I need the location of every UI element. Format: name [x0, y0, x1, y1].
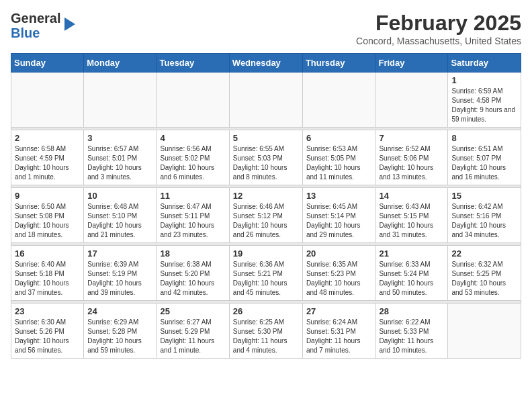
day-number: 5	[233, 133, 299, 143]
day-info: Sunrise: 6:38 AM Sunset: 5:20 PM Dayligh…	[160, 260, 225, 298]
calendar-day-cell	[448, 304, 521, 359]
day-info: Sunrise: 6:50 AM Sunset: 5:08 PM Dayligh…	[15, 202, 80, 240]
day-number: 23	[15, 306, 80, 316]
calendar-day-cell: 17Sunrise: 6:39 AM Sunset: 5:19 PM Dayli…	[84, 246, 157, 301]
day-number: 25	[160, 306, 225, 316]
calendar-day-cell	[302, 73, 375, 128]
col-header-friday: Friday	[375, 54, 448, 73]
calendar-day-cell: 16Sunrise: 6:40 AM Sunset: 5:18 PM Dayli…	[11, 246, 84, 301]
calendar-day-cell: 5Sunrise: 6:55 AM Sunset: 5:03 PM Daylig…	[229, 130, 302, 185]
calendar-week-row: 2Sunrise: 6:58 AM Sunset: 4:59 PM Daylig…	[11, 130, 521, 185]
calendar-day-cell: 25Sunrise: 6:27 AM Sunset: 5:29 PM Dayli…	[157, 304, 229, 359]
col-header-monday: Monday	[84, 54, 157, 73]
day-info: Sunrise: 6:39 AM Sunset: 5:19 PM Dayligh…	[87, 260, 152, 298]
day-number: 6	[306, 133, 372, 143]
day-info: Sunrise: 6:48 AM Sunset: 5:10 PM Dayligh…	[87, 202, 152, 240]
day-info: Sunrise: 6:32 AM Sunset: 5:25 PM Dayligh…	[451, 260, 517, 298]
day-info: Sunrise: 6:40 AM Sunset: 5:18 PM Dayligh…	[15, 260, 80, 298]
col-header-sunday: Sunday	[11, 54, 84, 73]
day-number: 21	[379, 248, 444, 259]
calendar-day-cell	[375, 73, 448, 128]
calendar-day-cell: 22Sunrise: 6:32 AM Sunset: 5:25 PM Dayli…	[448, 246, 521, 301]
svg-marker-0	[64, 17, 75, 31]
calendar-day-cell	[229, 73, 302, 128]
calendar-day-cell: 14Sunrise: 6:43 AM Sunset: 5:15 PM Dayli…	[375, 188, 448, 243]
col-header-thursday: Thursday	[302, 54, 375, 73]
day-info: Sunrise: 6:36 AM Sunset: 5:21 PM Dayligh…	[233, 260, 299, 298]
day-number: 14	[379, 191, 444, 201]
day-info: Sunrise: 6:56 AM Sunset: 5:02 PM Dayligh…	[160, 144, 225, 182]
day-number: 11	[160, 191, 225, 201]
calendar-day-cell: 28Sunrise: 6:22 AM Sunset: 5:33 PM Dayli…	[375, 304, 448, 359]
day-number: 28	[379, 306, 444, 316]
col-header-tuesday: Tuesday	[157, 54, 229, 73]
calendar-day-cell: 11Sunrise: 6:47 AM Sunset: 5:11 PM Dayli…	[157, 188, 229, 243]
day-info: Sunrise: 6:42 AM Sunset: 5:16 PM Dayligh…	[451, 202, 517, 240]
calendar-day-cell: 20Sunrise: 6:35 AM Sunset: 5:23 PM Dayli…	[302, 246, 375, 301]
calendar-day-cell: 9Sunrise: 6:50 AM Sunset: 5:08 PM Daylig…	[11, 188, 84, 243]
day-number: 22	[451, 248, 517, 259]
day-number: 16	[15, 248, 80, 259]
day-info: Sunrise: 6:29 AM Sunset: 5:28 PM Dayligh…	[87, 318, 152, 355]
day-info: Sunrise: 6:58 AM Sunset: 4:59 PM Dayligh…	[15, 144, 80, 182]
calendar-day-cell: 18Sunrise: 6:38 AM Sunset: 5:20 PM Dayli…	[157, 246, 229, 301]
day-info: Sunrise: 6:35 AM Sunset: 5:23 PM Dayligh…	[306, 260, 372, 298]
day-info: Sunrise: 6:52 AM Sunset: 5:06 PM Dayligh…	[379, 144, 444, 182]
calendar-day-cell	[84, 73, 157, 128]
day-info: Sunrise: 6:33 AM Sunset: 5:24 PM Dayligh…	[379, 260, 444, 298]
calendar-day-cell: 27Sunrise: 6:24 AM Sunset: 5:31 PM Dayli…	[302, 304, 375, 359]
col-header-wednesday: Wednesday	[229, 54, 302, 73]
day-number: 4	[160, 133, 225, 143]
day-info: Sunrise: 6:45 AM Sunset: 5:14 PM Dayligh…	[306, 202, 372, 240]
calendar-header-row: SundayMondayTuesdayWednesdayThursdayFrid…	[11, 54, 521, 73]
calendar-day-cell: 24Sunrise: 6:29 AM Sunset: 5:28 PM Dayli…	[84, 304, 157, 359]
calendar-day-cell: 8Sunrise: 6:51 AM Sunset: 5:07 PM Daylig…	[448, 130, 521, 185]
day-info: Sunrise: 6:51 AM Sunset: 5:07 PM Dayligh…	[451, 144, 517, 182]
day-number: 3	[87, 133, 152, 143]
calendar-day-cell	[157, 73, 229, 128]
day-number: 18	[160, 248, 225, 259]
day-number: 7	[379, 133, 444, 143]
calendar-day-cell: 15Sunrise: 6:42 AM Sunset: 5:16 PM Dayli…	[448, 188, 521, 243]
logo: General Blue	[11, 11, 78, 40]
day-number: 27	[306, 306, 372, 316]
day-info: Sunrise: 6:53 AM Sunset: 5:05 PM Dayligh…	[306, 144, 372, 182]
calendar-day-cell: 6Sunrise: 6:53 AM Sunset: 5:05 PM Daylig…	[302, 130, 375, 185]
day-number: 13	[306, 191, 372, 201]
day-info: Sunrise: 6:59 AM Sunset: 4:58 PM Dayligh…	[451, 87, 517, 124]
calendar-day-cell: 1Sunrise: 6:59 AM Sunset: 4:58 PM Daylig…	[448, 73, 521, 128]
calendar-day-cell: 2Sunrise: 6:58 AM Sunset: 4:59 PM Daylig…	[11, 130, 84, 185]
month-title: February 2025	[356, 11, 521, 36]
day-info: Sunrise: 6:47 AM Sunset: 5:11 PM Dayligh…	[160, 202, 225, 240]
calendar-table: SundayMondayTuesdayWednesdayThursdayFrid…	[11, 53, 521, 359]
calendar-day-cell: 10Sunrise: 6:48 AM Sunset: 5:10 PM Dayli…	[84, 188, 157, 243]
day-number: 26	[233, 306, 299, 316]
day-info: Sunrise: 6:43 AM Sunset: 5:15 PM Dayligh…	[379, 202, 444, 240]
day-number: 9	[15, 191, 80, 201]
logo-text: General Blue	[11, 11, 60, 40]
day-info: Sunrise: 6:22 AM Sunset: 5:33 PM Dayligh…	[379, 318, 444, 355]
calendar-day-cell: 7Sunrise: 6:52 AM Sunset: 5:06 PM Daylig…	[375, 130, 448, 185]
location: Concord, Massachusetts, United States	[356, 36, 521, 46]
page-header: General Blue February 2025 Concord, Mass…	[11, 11, 521, 46]
calendar-day-cell: 4Sunrise: 6:56 AM Sunset: 5:02 PM Daylig…	[157, 130, 229, 185]
calendar-day-cell	[11, 73, 84, 128]
logo-arrow-icon	[64, 15, 78, 36]
day-number: 24	[87, 306, 152, 316]
day-number: 17	[87, 248, 152, 259]
day-number: 8	[451, 133, 517, 143]
day-info: Sunrise: 6:57 AM Sunset: 5:01 PM Dayligh…	[87, 144, 152, 182]
day-info: Sunrise: 6:30 AM Sunset: 5:26 PM Dayligh…	[15, 318, 80, 355]
calendar-week-row: 9Sunrise: 6:50 AM Sunset: 5:08 PM Daylig…	[11, 188, 521, 243]
col-header-saturday: Saturday	[448, 54, 521, 73]
day-number: 1	[451, 75, 517, 85]
day-number: 19	[233, 248, 299, 259]
day-number: 2	[15, 133, 80, 143]
day-info: Sunrise: 6:55 AM Sunset: 5:03 PM Dayligh…	[233, 144, 299, 182]
day-number: 10	[87, 191, 152, 201]
day-number: 12	[233, 191, 299, 201]
calendar-day-cell: 23Sunrise: 6:30 AM Sunset: 5:26 PM Dayli…	[11, 304, 84, 359]
day-info: Sunrise: 6:25 AM Sunset: 5:30 PM Dayligh…	[233, 318, 299, 355]
calendar-day-cell: 3Sunrise: 6:57 AM Sunset: 5:01 PM Daylig…	[84, 130, 157, 185]
day-number: 20	[306, 248, 372, 259]
